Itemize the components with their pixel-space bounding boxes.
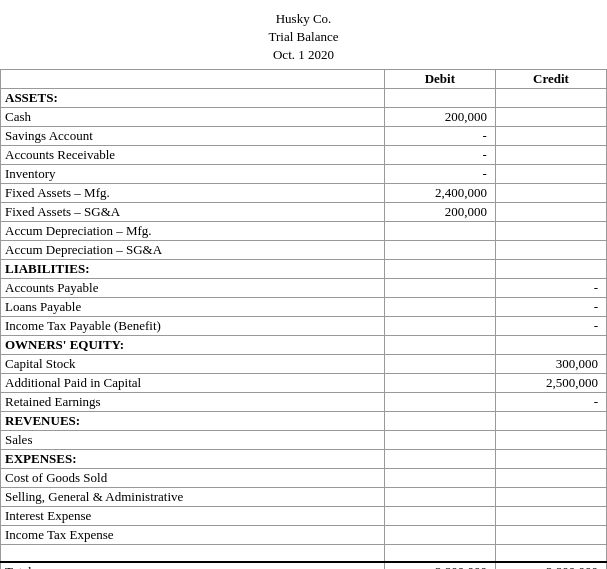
debit-value xyxy=(384,449,495,468)
section-header-label: ASSETS: xyxy=(1,88,385,107)
report-date: Oct. 1 2020 xyxy=(0,46,607,64)
credit-value: - xyxy=(495,278,606,297)
debit-value xyxy=(384,354,495,373)
debit-value: 200,000 xyxy=(384,107,495,126)
debit-value xyxy=(384,373,495,392)
debit-value xyxy=(384,335,495,354)
credit-value xyxy=(495,202,606,221)
company-name: Husky Co. xyxy=(0,10,607,28)
debit-value xyxy=(384,525,495,544)
debit-value xyxy=(384,544,495,562)
col-header-label xyxy=(1,69,385,88)
debit-value: 200,000 xyxy=(384,202,495,221)
report-title: Trial Balance xyxy=(0,28,607,46)
trial-balance-table: Debit Credit ASSETS:Cash200,000Savings A… xyxy=(0,69,607,569)
row-label: Fixed Assets – SG&A xyxy=(1,202,385,221)
credit-value xyxy=(495,468,606,487)
row-label: Cost of Goods Sold xyxy=(1,468,385,487)
credit-value xyxy=(495,449,606,468)
debit-value: 2,400,000 xyxy=(384,183,495,202)
page: Husky Co. Trial Balance Oct. 1 2020 Debi… xyxy=(0,0,607,569)
section-header-label: REVENUES: xyxy=(1,411,385,430)
debit-value xyxy=(384,240,495,259)
report-header: Husky Co. Trial Balance Oct. 1 2020 xyxy=(0,10,607,65)
col-header-debit: Debit xyxy=(384,69,495,88)
row-label: Cash xyxy=(1,107,385,126)
debit-value: - xyxy=(384,126,495,145)
credit-value: - xyxy=(495,297,606,316)
row-label: Capital Stock xyxy=(1,354,385,373)
section-header-label: LIABILITIES: xyxy=(1,259,385,278)
credit-value xyxy=(495,183,606,202)
credit-value: 2,800,000 xyxy=(495,562,606,569)
section-header-label: EXPENSES: xyxy=(1,449,385,468)
credit-value xyxy=(495,487,606,506)
col-header-credit: Credit xyxy=(495,69,606,88)
row-label: Totals xyxy=(1,562,385,569)
section-header-label: OWNERS' EQUITY: xyxy=(1,335,385,354)
credit-value xyxy=(495,430,606,449)
debit-value xyxy=(384,278,495,297)
row-label: Inventory xyxy=(1,164,385,183)
credit-value xyxy=(495,544,606,562)
debit-value xyxy=(384,487,495,506)
row-label: Additional Paid in Capital xyxy=(1,373,385,392)
debit-value: 2,800,000 xyxy=(384,562,495,569)
row-label: Loans Payable xyxy=(1,297,385,316)
debit-value xyxy=(384,392,495,411)
row-label: Selling, General & Administrative xyxy=(1,487,385,506)
debit-value xyxy=(384,430,495,449)
credit-value xyxy=(495,126,606,145)
row-label: Accounts Payable xyxy=(1,278,385,297)
row-label xyxy=(1,544,385,562)
credit-value xyxy=(495,88,606,107)
row-label: Income Tax Payable (Benefit) xyxy=(1,316,385,335)
row-label: Sales xyxy=(1,430,385,449)
credit-value xyxy=(495,221,606,240)
debit-value xyxy=(384,316,495,335)
debit-value xyxy=(384,411,495,430)
credit-value xyxy=(495,145,606,164)
row-label: Accum Depreciation – SG&A xyxy=(1,240,385,259)
debit-value xyxy=(384,468,495,487)
debit-value xyxy=(384,297,495,316)
credit-value: - xyxy=(495,392,606,411)
row-label: Savings Account xyxy=(1,126,385,145)
credit-value xyxy=(495,107,606,126)
row-label: Interest Expense xyxy=(1,506,385,525)
row-label: Fixed Assets – Mfg. xyxy=(1,183,385,202)
row-label: Retained Earnings xyxy=(1,392,385,411)
debit-value: - xyxy=(384,164,495,183)
row-label: Accounts Receivable xyxy=(1,145,385,164)
debit-value xyxy=(384,221,495,240)
credit-value: 300,000 xyxy=(495,354,606,373)
credit-value xyxy=(495,525,606,544)
credit-value xyxy=(495,240,606,259)
credit-value: 2,500,000 xyxy=(495,373,606,392)
credit-value: - xyxy=(495,316,606,335)
row-label: Accum Depreciation – Mfg. xyxy=(1,221,385,240)
debit-value xyxy=(384,259,495,278)
row-label: Income Tax Expense xyxy=(1,525,385,544)
credit-value xyxy=(495,259,606,278)
credit-value xyxy=(495,335,606,354)
credit-value xyxy=(495,411,606,430)
debit-value xyxy=(384,506,495,525)
credit-value xyxy=(495,164,606,183)
credit-value xyxy=(495,506,606,525)
debit-value xyxy=(384,88,495,107)
debit-value: - xyxy=(384,145,495,164)
